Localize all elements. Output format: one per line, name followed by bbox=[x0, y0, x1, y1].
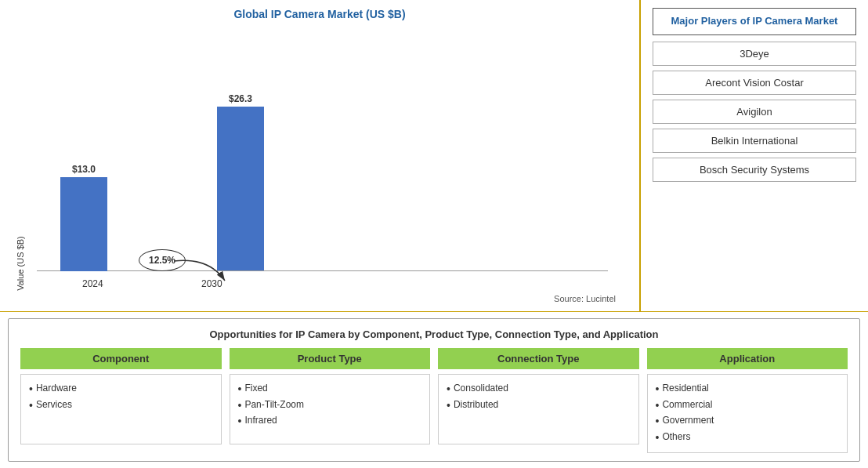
bullet-icon: • bbox=[238, 399, 242, 412]
bullet-icon: • bbox=[29, 383, 33, 396]
bullet-icon: • bbox=[29, 399, 33, 412]
cagr-arrow-svg bbox=[170, 257, 233, 296]
bar-2030 bbox=[217, 107, 264, 271]
bar-2024 bbox=[60, 177, 107, 271]
list-item: • Infrared bbox=[238, 413, 422, 430]
category-items-connection-type: • Consolidated • Distributed bbox=[438, 374, 639, 444]
y-axis-label: Value (US $B) bbox=[16, 27, 25, 291]
player-item-1: Arecont Vision Costar bbox=[653, 71, 856, 95]
category-header-component: Component bbox=[20, 348, 222, 369]
list-item: • Consolidated bbox=[447, 381, 631, 397]
category-col-product-type: Product Type • Fixed • Pan-Tilt-Zoom • I… bbox=[230, 348, 431, 453]
list-item: • Fixed bbox=[238, 381, 422, 397]
bar-value-2024: $13.0 bbox=[72, 164, 96, 175]
category-header-application: Application bbox=[647, 348, 848, 369]
list-item: • Pan-Tilt-Zoom bbox=[238, 397, 422, 414]
category-items-product-type: • Fixed • Pan-Tilt-Zoom • Infrared bbox=[230, 374, 431, 444]
list-item: • Services bbox=[29, 397, 213, 414]
categories-row: Component • Hardware • Services Product … bbox=[20, 348, 848, 453]
baseline bbox=[37, 270, 608, 271]
bullet-icon: • bbox=[656, 431, 660, 444]
players-title: Major Players of IP Camera Market bbox=[653, 8, 856, 35]
category-col-application: Application • Residential • Commercial •… bbox=[647, 348, 848, 453]
bar-group-2024: $13.0 bbox=[60, 164, 107, 271]
bullet-icon: • bbox=[447, 383, 450, 396]
bullet-icon: • bbox=[656, 399, 660, 412]
chart-title: Global IP Camera Market (US $B) bbox=[233, 8, 405, 20]
cagr-annotation: 12.5% bbox=[139, 249, 186, 271]
player-item-3: Belkin International bbox=[653, 129, 856, 153]
bullet-icon: • bbox=[238, 383, 242, 396]
bullet-icon: • bbox=[656, 415, 660, 428]
bullet-icon: • bbox=[238, 415, 242, 428]
list-item: • Commercial bbox=[656, 397, 840, 414]
players-panel: Major Players of IP Camera Market 3Deye … bbox=[641, 0, 868, 311]
bottom-title: Opportunities for IP Camera by Component… bbox=[20, 328, 848, 340]
category-items-component: • Hardware • Services bbox=[20, 374, 222, 444]
list-item: • Distributed bbox=[447, 397, 631, 414]
list-item: • Government bbox=[656, 413, 840, 430]
chart-area: Global IP Camera Market (US $B) Value (U… bbox=[0, 0, 641, 311]
bar-value-2030: $26.3 bbox=[229, 93, 252, 104]
category-items-application: • Residential • Commercial • Government … bbox=[647, 374, 848, 453]
bar-group-2030: $26.3 bbox=[217, 93, 264, 271]
category-col-component: Component • Hardware • Services bbox=[20, 348, 222, 453]
player-item-2: Avigilon bbox=[653, 100, 856, 124]
bottom-section: Opportunities for IP Camera by Component… bbox=[8, 318, 860, 462]
bullet-icon: • bbox=[656, 383, 660, 396]
category-header-product-type: Product Type bbox=[230, 348, 431, 369]
bar-label-2024: 2024 bbox=[82, 278, 103, 289]
top-section: Global IP Camera Market (US $B) Value (U… bbox=[0, 0, 868, 312]
list-item: • Others bbox=[656, 430, 840, 446]
main-container: Global IP Camera Market (US $B) Value (U… bbox=[0, 0, 868, 468]
bullet-icon: • bbox=[447, 399, 450, 412]
chart-content: $13.0 12.5% bbox=[29, 27, 624, 291]
category-col-connection-type: Connection Type • Consolidated • Distrib… bbox=[438, 348, 639, 453]
list-item: • Hardware bbox=[29, 381, 213, 397]
list-item: • Residential bbox=[656, 381, 840, 397]
player-item-0: 3Deye bbox=[653, 42, 856, 66]
bars-container: $13.0 12.5% bbox=[29, 27, 624, 291]
source-text: Source: Lucintel bbox=[554, 294, 616, 303]
category-header-connection-type: Connection Type bbox=[438, 348, 639, 369]
bar-label-2030: 2030 bbox=[201, 278, 222, 289]
player-item-4: Bosch Security Systems bbox=[653, 158, 856, 182]
chart-inner: Value (US $B) $13.0 12.5% bbox=[16, 27, 624, 291]
